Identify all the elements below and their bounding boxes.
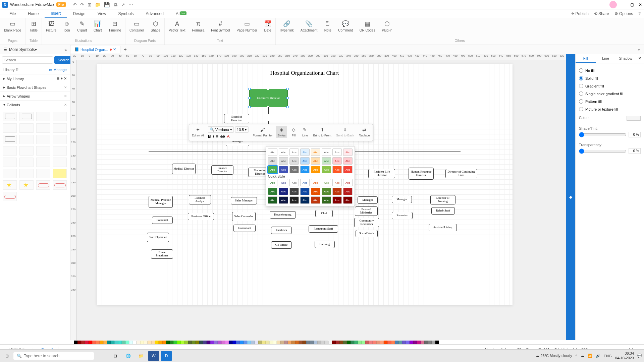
org-fin-dir[interactable]: Finance Director	[211, 165, 233, 175]
quick-style-cell[interactable]: Abc	[311, 188, 320, 195]
org-mgr3[interactable]: Manager	[392, 196, 412, 203]
shape-thumb[interactable]	[53, 135, 67, 144]
org-mgr2[interactable]: Manager	[358, 196, 378, 204]
palette-color[interactable]	[284, 341, 288, 344]
export-icon[interactable]: ↗	[121, 2, 125, 7]
palette-color[interactable]	[410, 341, 413, 344]
palette-color[interactable]	[347, 341, 351, 344]
color-picker[interactable]	[627, 116, 641, 121]
search-button[interactable]: Search	[54, 56, 73, 64]
quick-style-cell[interactable]: Abc	[279, 188, 288, 195]
palette-color[interactable]	[255, 341, 258, 344]
quick-style-cell[interactable]: Abc	[322, 148, 331, 156]
org-exec-director[interactable]: Executive Director	[249, 89, 288, 107]
palette-color[interactable]	[177, 341, 181, 344]
font-symbol-button[interactable]: #Font Symbol	[210, 19, 231, 33]
quick-style-cell[interactable]: Abc	[279, 196, 288, 204]
shape-thumb[interactable]	[36, 112, 50, 121]
quick-style-cell[interactable]: Abc	[343, 179, 353, 186]
palette-color[interactable]	[229, 341, 232, 344]
page-number-button[interactable]: ▭Page Number	[235, 19, 259, 33]
org-sp[interactable]: Staff Physician	[147, 233, 169, 242]
palette-color[interactable]	[166, 341, 170, 344]
shape-thumb[interactable]	[19, 135, 34, 144]
tray-chevron[interactable]: ^	[576, 354, 577, 358]
shape-thumb[interactable]	[3, 112, 17, 121]
manage-button[interactable]: ▭ Manage	[49, 68, 67, 72]
palette-color[interactable]	[358, 341, 362, 344]
share-button[interactable]: ⟲ Share	[594, 11, 609, 16]
palette-color[interactable]	[240, 341, 244, 344]
bold-button[interactable]: B	[208, 134, 211, 139]
shape-thumb[interactable]	[36, 180, 50, 190]
org-cont[interactable]: Director of Continuing Care	[445, 169, 477, 178]
palette-color[interactable]	[203, 341, 207, 344]
selection-handle[interactable]	[248, 106, 251, 108]
save-icon[interactable]: 💾	[104, 2, 110, 7]
palette-color[interactable]	[218, 341, 221, 344]
blank-page-button[interactable]: ▭Blank Page	[3, 19, 22, 33]
fill-tab[interactable]: Fill	[576, 54, 596, 63]
palette-color[interactable]	[339, 341, 343, 344]
close-icon[interactable]: ✕	[639, 2, 642, 7]
org-med-dir[interactable]: Medical Director	[172, 164, 196, 174]
language-icon[interactable]: ENG	[604, 354, 612, 358]
palette-color[interactable]	[328, 341, 332, 344]
strikethrough-button[interactable]: ab	[220, 134, 225, 139]
palette-color[interactable]	[369, 341, 373, 344]
send-back-button[interactable]: ⬇Send to Back	[335, 126, 356, 138]
palette-color[interactable]	[336, 341, 339, 344]
palette-color[interactable]	[221, 341, 225, 344]
selection-handle[interactable]	[248, 97, 251, 99]
clipart-button[interactable]: ✎Clipart	[76, 19, 88, 33]
font-color-button[interactable]: A	[227, 134, 229, 139]
bring-front-button[interactable]: ⬆Bring to Front	[312, 126, 333, 138]
org-np[interactable]: Nurse Practioner	[151, 249, 173, 259]
font-selector[interactable]: 🔍 Verdana ▾	[208, 126, 234, 133]
transparency-value[interactable]	[629, 148, 641, 154]
tab-home[interactable]: Home	[22, 10, 45, 18]
shape-thumb[interactable]	[36, 146, 50, 156]
shape-thumb[interactable]	[19, 169, 34, 178]
palette-color[interactable]	[184, 341, 188, 344]
volume-icon[interactable]: 🔊	[596, 354, 600, 358]
my-library-category[interactable]: ▸ My Library⊞ + ✕	[0, 74, 70, 83]
palette-color[interactable]	[428, 341, 432, 344]
hyperlink-button[interactable]: 🔗Hyperlink	[278, 19, 295, 33]
note-button[interactable]: 🗒Note	[323, 19, 333, 33]
palette-color[interactable]	[89, 341, 92, 344]
quick-style-cell[interactable]: Abc	[279, 148, 288, 156]
quick-style-cell[interactable]: Abc	[322, 196, 331, 204]
palette-color[interactable]	[122, 341, 125, 344]
edraw-ai-button[interactable]: ✦Edraw AI	[191, 126, 205, 138]
palette-color[interactable]	[85, 341, 89, 344]
quick-style-cell[interactable]: Abc	[268, 179, 277, 186]
palette-color[interactable]	[354, 341, 358, 344]
palette-color[interactable]	[151, 341, 155, 344]
gradient-fill-radio[interactable]: Gradient fill	[579, 82, 641, 90]
attachment-button[interactable]: 📎Attachment	[299, 19, 319, 33]
open-icon[interactable]: 📁	[95, 2, 101, 7]
task-view-icon[interactable]: ⊟	[110, 351, 121, 361]
print-icon[interactable]: 🖶	[113, 2, 118, 7]
styles-button[interactable]: ◈Styles	[276, 126, 287, 138]
tab-advanced[interactable]: Advanced	[140, 10, 170, 18]
shape-thumb[interactable]	[53, 180, 67, 190]
org-rec[interactable]: Recruiter	[392, 212, 413, 219]
palette-color[interactable]	[365, 341, 369, 344]
solid-fill-radio[interactable]: Solid fill	[579, 74, 641, 82]
shape-thumb[interactable]	[3, 158, 17, 167]
palette-color[interactable]	[207, 341, 210, 344]
quick-style-cell[interactable]: Abc	[332, 157, 342, 165]
quick-style-cell[interactable]: Abc	[268, 157, 277, 165]
palette-color[interactable]	[74, 341, 77, 344]
org-pm[interactable]: Pastoral Ministries	[355, 206, 378, 216]
palette-color[interactable]	[244, 341, 247, 344]
org-pod[interactable]: Podiatrist	[152, 217, 173, 224]
palette-color[interactable]	[332, 341, 336, 344]
palette-color[interactable]	[77, 341, 81, 344]
shape-thumb[interactable]	[19, 158, 34, 167]
org-rs[interactable]: Rehab Staff	[431, 207, 455, 215]
palette-color[interactable]	[273, 341, 277, 344]
add-tab-button[interactable]: +	[120, 47, 130, 53]
